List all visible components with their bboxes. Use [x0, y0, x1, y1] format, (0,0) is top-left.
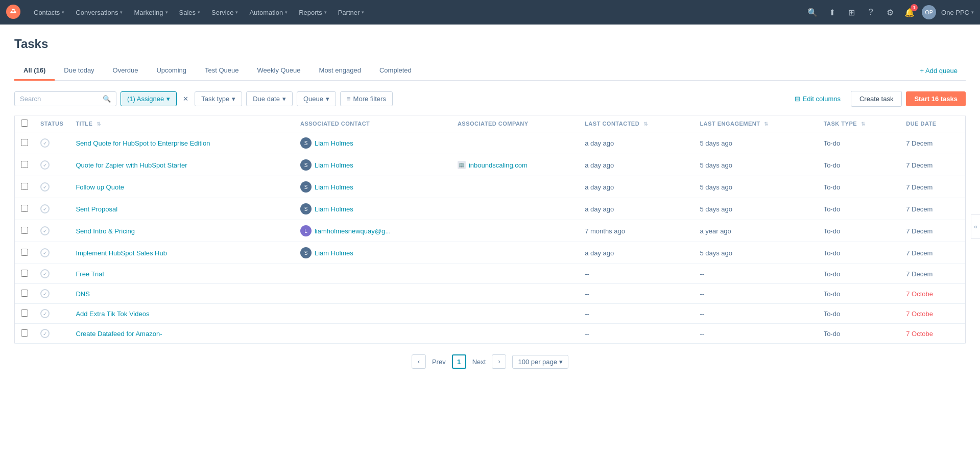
last-engagement-value: 5 days ago [700, 205, 732, 213]
add-queue-button[interactable]: + Add queue [912, 62, 966, 80]
search-input[interactable] [20, 95, 100, 103]
filter-bar: 🔍 (1) Assignee ▾ ✕ Task type ▾ Due date … [14, 91, 966, 107]
contact-link[interactable]: S Liam Holmes [300, 203, 445, 214]
notifications-icon[interactable]: 🔔 1 [902, 5, 917, 19]
tab-upcoming[interactable]: Upcoming [147, 61, 196, 81]
last-engagement-value: 5 days ago [700, 183, 732, 191]
per-page-selector[interactable]: 100 per page ▾ [512, 355, 568, 369]
task-status-icon[interactable]: ✓ [40, 309, 50, 318]
nav-reports[interactable]: Reports ▾ [294, 6, 332, 19]
tab-test-queue[interactable]: Test Queue [196, 61, 248, 81]
last-contacted-header[interactable]: LAST CONTACTED ⇅ [579, 115, 694, 132]
next-page-button[interactable]: › [492, 354, 506, 369]
due-date-filter[interactable]: Due date ▾ [246, 91, 293, 106]
hubspot-logo[interactable] [6, 5, 20, 20]
task-title-link[interactable]: Create Datafeed for Amazon- [76, 330, 162, 338]
task-type-header[interactable]: TASK TYPE ⇅ [818, 115, 900, 132]
table-row: ✓Quote for Zapier with HubSpot Starter S… [15, 154, 965, 176]
task-status-icon[interactable]: ✓ [40, 138, 50, 148]
tab-weekly-queue[interactable]: Weekly Queue [248, 61, 310, 81]
task-status-icon[interactable]: ✓ [40, 329, 50, 338]
task-title-link[interactable]: Implement HubSpot Sales Hub [76, 249, 166, 257]
next-label[interactable]: Next [472, 358, 486, 366]
title-header[interactable]: TITLE ⇅ [69, 115, 294, 132]
tasks-table-wrapper: STATUS TITLE ⇅ ASSOCIATED CONTACT ASSOCI… [14, 115, 966, 344]
task-title-link[interactable]: Follow up Quote [76, 183, 124, 191]
row-checkbox[interactable] [21, 249, 28, 256]
task-status-icon[interactable]: ✓ [40, 269, 50, 278]
current-page[interactable]: 1 [452, 354, 466, 369]
contact-link[interactable]: S Liam Holmes [300, 247, 445, 258]
task-status-icon[interactable]: ✓ [40, 182, 50, 192]
last-engagement-header[interactable]: LAST ENGAGEMENT ⇅ [694, 115, 817, 132]
edit-columns-button[interactable]: ⊟ Edit columns [788, 92, 847, 106]
upgrade-icon[interactable]: ⬆ [825, 5, 839, 19]
row-checkbox[interactable] [21, 139, 28, 146]
due-date-header[interactable]: DUE DATE [900, 115, 965, 132]
tab-completed[interactable]: Completed [370, 61, 421, 81]
last-contacted-value: a day ago [585, 183, 614, 191]
tab-most-engaged[interactable]: Most engaged [310, 61, 370, 81]
row-checkbox[interactable] [21, 205, 28, 212]
queue-filter[interactable]: Queue ▾ [297, 91, 336, 106]
nav-sales[interactable]: Sales ▾ [174, 6, 206, 19]
select-all-header[interactable] [15, 115, 34, 132]
task-title-link[interactable]: Send Quote for HubSpot to Enterprise Edi… [76, 139, 210, 147]
task-title-link[interactable]: Free Trial [76, 270, 104, 278]
task-type-value: To-do [824, 249, 841, 257]
nav-conversations[interactable]: Conversations ▾ [70, 6, 128, 19]
more-filters-button[interactable]: ≡ More filters [340, 91, 393, 106]
task-status-icon[interactable]: ✓ [40, 204, 50, 213]
company-link[interactable]: 🏢 inboundscaling.com [458, 161, 572, 169]
task-title-link[interactable]: Quote for Zapier with HubSpot Starter [76, 161, 187, 169]
task-status-icon[interactable]: ✓ [40, 160, 50, 170]
collapse-panel-button[interactable]: « [971, 214, 980, 239]
settings-icon[interactable]: ⚙ [883, 5, 897, 19]
row-checkbox[interactable] [21, 290, 28, 297]
task-title-link[interactable]: Send Intro & Pricing [76, 227, 135, 235]
nav-automation[interactable]: Automation ▾ [244, 6, 293, 19]
nav-marketing[interactable]: Marketing ▾ [129, 6, 173, 19]
row-checkbox[interactable] [21, 183, 28, 190]
nav-service[interactable]: Service ▾ [206, 6, 243, 19]
help-icon[interactable]: ? [864, 5, 878, 19]
task-type-filter[interactable]: Task type ▾ [195, 91, 242, 106]
prev-page-button[interactable]: ‹ [412, 354, 426, 369]
task-status-icon[interactable]: ✓ [40, 248, 50, 257]
task-title-link[interactable]: Add Extra Tik Tok Videos [76, 310, 149, 318]
chevron-down-icon: ▾ [62, 10, 64, 15]
task-status-icon[interactable]: ✓ [40, 226, 50, 235]
search-icon[interactable]: 🔍 [805, 5, 820, 19]
task-status-icon[interactable]: ✓ [40, 289, 50, 298]
nav-partner[interactable]: Partner ▾ [333, 6, 370, 19]
nav-contacts[interactable]: Contacts ▾ [29, 6, 69, 19]
account-name[interactable]: One PPC ▾ [941, 9, 974, 16]
row-checkbox[interactable] [21, 329, 28, 337]
last-contacted-value: a day ago [585, 139, 614, 147]
row-checkbox[interactable] [21, 270, 28, 277]
select-all-checkbox[interactable] [21, 120, 28, 127]
row-checkbox[interactable] [21, 161, 28, 168]
avatar[interactable]: OP [922, 5, 936, 19]
prev-label[interactable]: Prev [432, 358, 446, 366]
contact-link[interactable]: L liamholmesnewquay@g... [300, 225, 445, 236]
assignee-filter[interactable]: (1) Assignee ▾ [121, 91, 177, 106]
tab-overdue[interactable]: Overdue [104, 61, 148, 81]
row-checkbox[interactable] [21, 309, 28, 317]
task-title-link[interactable]: DNS [76, 290, 89, 298]
chevron-down-icon: ▾ [120, 10, 123, 15]
marketplace-icon[interactable]: ⊞ [844, 5, 858, 19]
create-task-button[interactable]: Create task [851, 91, 902, 107]
tab-all[interactable]: All (16) [14, 61, 55, 81]
contact-link[interactable]: S Liam Holmes [300, 181, 445, 193]
search-icon: 🔍 [103, 95, 111, 103]
contact-link[interactable]: S Liam Holmes [300, 137, 445, 149]
task-title-link[interactable]: Sent Proposal [76, 205, 117, 213]
row-checkbox[interactable] [21, 227, 28, 234]
search-box[interactable]: 🔍 [14, 91, 116, 106]
clear-assignee-filter[interactable]: ✕ [181, 95, 190, 103]
contact-link[interactable]: S Liam Holmes [300, 159, 445, 171]
tab-due-today[interactable]: Due today [55, 61, 103, 81]
table-row: ✓Add Extra Tik Tok Videos----To-do7 Octo… [15, 304, 965, 324]
start-tasks-button[interactable]: Start 16 tasks [906, 91, 966, 106]
